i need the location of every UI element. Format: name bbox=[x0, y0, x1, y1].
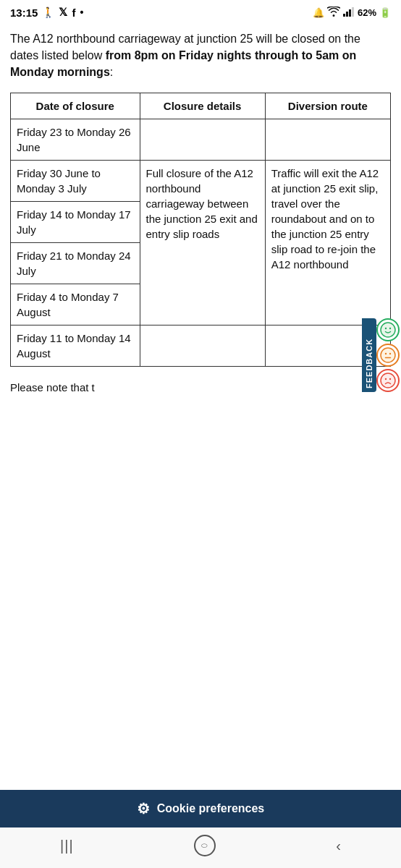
svg-point-11 bbox=[381, 373, 395, 388]
cell-diversion-merged: Traffic will exit the A12 at junction 25… bbox=[265, 160, 390, 325]
cookie-preferences-bar[interactable]: ⚙ Cookie preferences bbox=[0, 790, 401, 827]
closure-table: Date of closure Closure details Diversio… bbox=[10, 93, 391, 367]
cell-date-3: Friday 14 to Monday 17 July bbox=[11, 201, 140, 242]
status-bar: 13:15 🚶 𝕏 f • 🔔 62% 🔋 bbox=[0, 0, 401, 23]
svg-point-8 bbox=[385, 353, 387, 354]
header-date: Date of closure bbox=[11, 93, 140, 119]
table-row: Friday 30 June to Monday 3 July Full clo… bbox=[11, 160, 391, 201]
intro-paragraph: The A12 northbound carriageway at juncti… bbox=[10, 30, 391, 81]
time-display: 13:15 bbox=[10, 7, 38, 19]
svg-rect-0 bbox=[343, 14, 345, 17]
svg-point-6 bbox=[389, 328, 391, 329]
alarm-icon: 🔔 bbox=[313, 7, 324, 18]
svg-point-4 bbox=[381, 323, 395, 337]
svg-rect-1 bbox=[346, 12, 348, 17]
wifi-icon bbox=[327, 7, 340, 19]
svg-point-5 bbox=[385, 328, 387, 329]
cookie-settings-icon: ⚙ bbox=[137, 800, 150, 817]
pedestrian-icon: 🚶 bbox=[42, 7, 54, 18]
svg-point-7 bbox=[381, 348, 395, 362]
nav-menu-button[interactable]: ||| bbox=[60, 838, 74, 854]
cell-date-5: Friday 4 to Monday 7 August bbox=[11, 284, 140, 325]
cell-date-2: Friday 30 June to Monday 3 July bbox=[11, 160, 140, 201]
battery-icon: 🔋 bbox=[379, 7, 391, 18]
table-row: Friday 23 to Monday 26 June bbox=[11, 119, 391, 160]
nav-home-button[interactable]: ⬭ bbox=[194, 835, 216, 856]
partial-text-1: Please note that t bbox=[0, 377, 401, 393]
dot-indicator: • bbox=[80, 7, 83, 18]
header-closure: Closure details bbox=[140, 93, 265, 119]
svg-rect-2 bbox=[349, 9, 351, 17]
cookie-preferences-label: Cookie preferences bbox=[157, 802, 265, 815]
bottom-nav: ||| ⬭ ‹ bbox=[0, 827, 401, 868]
battery-display: 62% bbox=[358, 7, 376, 18]
main-content: The A12 northbound carriageway at juncti… bbox=[0, 23, 401, 377]
facebook-icon: f bbox=[72, 7, 75, 19]
svg-point-12 bbox=[385, 378, 387, 380]
face-happy[interactable] bbox=[376, 318, 400, 341]
nav-back-button[interactable]: ‹ bbox=[336, 838, 341, 854]
intro-text-3: : bbox=[110, 66, 113, 78]
feedback-label[interactable]: FEEDBACK bbox=[362, 318, 376, 392]
signal-bars-icon bbox=[343, 7, 355, 19]
status-right: 🔔 62% 🔋 bbox=[313, 7, 391, 19]
face-neutral[interactable] bbox=[376, 344, 400, 367]
cell-date-6: Friday 11 to Monday 14 August bbox=[11, 325, 140, 366]
svg-point-9 bbox=[389, 353, 391, 354]
cell-closure-merged: Full closure of the A12 northbound carri… bbox=[140, 160, 265, 325]
svg-rect-3 bbox=[352, 7, 354, 17]
cell-diversion-1 bbox=[265, 119, 390, 160]
feedback-sidebar[interactable]: FEEDBACK bbox=[362, 318, 401, 392]
header-diversion: Diversion route bbox=[265, 93, 390, 119]
cell-date-1: Friday 23 to Monday 26 June bbox=[11, 119, 140, 160]
svg-point-13 bbox=[389, 378, 391, 380]
twitter-icon: 𝕏 bbox=[59, 6, 67, 19]
table-row: Friday 11 to Monday 14 August bbox=[11, 325, 391, 366]
status-left: 13:15 🚶 𝕏 f • bbox=[10, 6, 83, 19]
cell-closure-1 bbox=[140, 119, 265, 160]
face-sad[interactable] bbox=[376, 369, 400, 392]
feedback-faces bbox=[376, 318, 400, 392]
table-header-row: Date of closure Closure details Diversio… bbox=[11, 93, 391, 119]
cell-closure-6 bbox=[140, 325, 265, 366]
cell-date-4: Friday 21 to Monday 24 July bbox=[11, 242, 140, 284]
